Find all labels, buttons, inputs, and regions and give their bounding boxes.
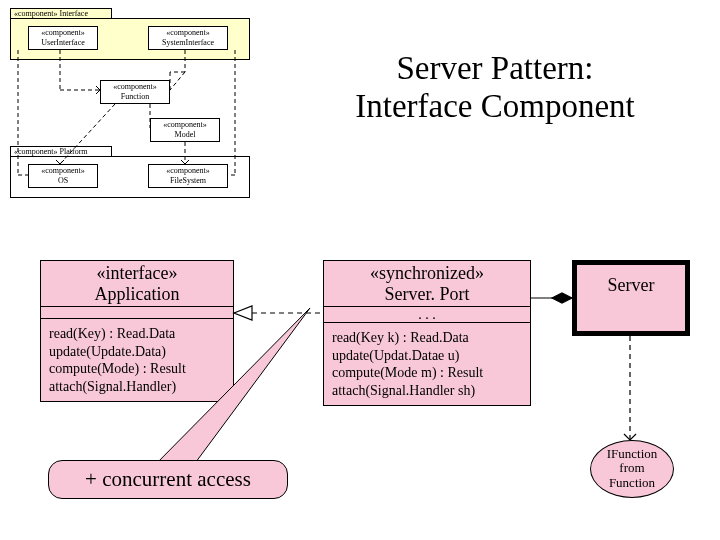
page-title: Server Pattern: Interface Component (280, 50, 710, 126)
comp-function: «component» Function (100, 80, 170, 104)
comp-filesystem: «component» FileSystem (148, 164, 228, 188)
label: OS (31, 176, 95, 186)
comp-userinterface: «component» UserInterface (28, 26, 98, 50)
uml-ops: read(Key) : Read.Data update(Update.Data… (41, 319, 233, 401)
l3: Function (591, 476, 673, 490)
l2: from (591, 461, 673, 475)
stereo: «interface» (45, 263, 229, 284)
name: Server. Port (328, 284, 526, 305)
label: SystemInterface (151, 38, 225, 48)
l1: IFunction (591, 447, 673, 461)
label: «component» (31, 28, 95, 38)
uml-server-port: «synchronized» Server. Port . . . read(K… (323, 260, 531, 406)
server-label: Server (608, 275, 655, 295)
svg-marker-22 (552, 293, 572, 303)
uml-ops: read(Key k) : Read.Data update(Updat.Dat… (324, 323, 530, 405)
svg-marker-20 (234, 306, 252, 320)
comp-model: «component» Model (150, 118, 220, 142)
uml-dots: . . . (324, 307, 530, 323)
uml-interface-application: «interface» Application read(Key) : Read… (40, 260, 234, 402)
server-box: Server (572, 260, 690, 336)
label: Function (103, 92, 167, 102)
callout-text: + concurrent access (85, 467, 251, 491)
uml-head: «interface» Application (41, 261, 233, 307)
label: FileSystem (151, 176, 225, 186)
stereo: «synchronized» (328, 263, 526, 284)
ifunction-ellipse: IFunction from Function (590, 440, 674, 498)
name: Application (45, 284, 229, 305)
label: «component» (153, 120, 217, 130)
comp-systeminterface: «component» SystemInterface (148, 26, 228, 50)
label: «component» (31, 166, 95, 176)
label: «component» (103, 82, 167, 92)
callout-concurrent-access: + concurrent access (48, 460, 288, 499)
label: Model (153, 130, 217, 140)
uml-head: «synchronized» Server. Port (324, 261, 530, 307)
title-line1: Server Pattern: (280, 50, 710, 88)
svg-line-10 (170, 72, 185, 90)
uml-empty-compartment (41, 307, 233, 319)
label: «component» (151, 166, 225, 176)
label: «component» (151, 28, 225, 38)
comp-os: «component» OS (28, 164, 98, 188)
label: UserInterface (31, 38, 95, 48)
title-line2: Interface Component (280, 88, 710, 126)
